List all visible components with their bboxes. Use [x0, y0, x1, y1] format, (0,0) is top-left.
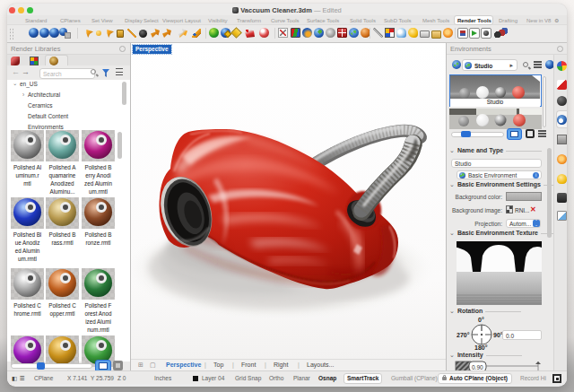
svg-text:0.90: 0.90 [472, 364, 483, 370]
svg-text:270°: 270° [457, 332, 470, 338]
svg-text:180°: 180° [474, 344, 488, 351]
svg-text:0°: 0° [478, 317, 484, 323]
